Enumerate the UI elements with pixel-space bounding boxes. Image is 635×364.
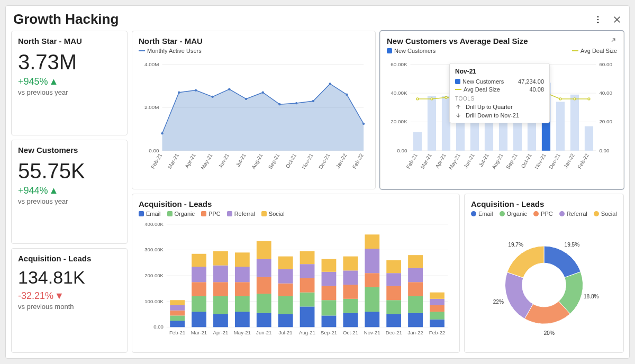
svg-rect-149 [386,273,401,286]
svg-point-70 [559,98,561,100]
svg-rect-123 [278,284,293,296]
svg-text:Mar-21: Mar-21 [420,152,433,170]
svg-text:0.00: 0.00 [599,148,610,153]
tooltip-title: Nov-21 [455,68,544,75]
drill-down-button[interactable]: Drill Down to Nov-21 [455,112,544,119]
svg-rect-122 [278,296,293,314]
kpi-compare: vs previous year [18,88,121,96]
tools-header: TOOLS [455,96,544,102]
svg-rect-151 [408,313,423,327]
svg-rect-159 [430,299,444,305]
svg-rect-129 [300,264,315,278]
svg-rect-140 [343,257,358,271]
svg-point-61 [431,98,433,100]
svg-text:Aug-21: Aug-21 [250,152,264,170]
svg-point-17 [295,102,297,104]
svg-text:Nov-21: Nov-21 [301,152,314,170]
svg-text:22%: 22% [493,299,504,305]
svg-rect-99 [170,305,185,311]
svg-text:Jan-22: Jan-22 [334,152,348,169]
chart-acquisition-leads-donut[interactable]: Acquisition - Leads EmailOrganicPPCRefer… [464,194,624,353]
legend-item: Avg Deal Size [572,48,617,54]
svg-rect-152 [408,296,423,313]
chart-title: New Customers vs Average Deal Size [387,37,528,46]
svg-text:40.00: 40.00 [599,90,612,96]
svg-point-10 [178,92,180,94]
svg-text:Nov-21: Nov-21 [364,330,380,335]
chart-acquisition-leads-bar[interactable]: Acquisition - Leads EmailOrganicPPCRefer… [132,194,460,353]
svg-text:Feb-21: Feb-21 [405,152,419,170]
svg-rect-154 [408,268,423,282]
svg-rect-120 [257,241,271,259]
chart-new-customers-deal-size[interactable]: New Customers vs Average Deal Size New C… [380,31,624,189]
chart-north-star-mau[interactable]: North Star - MAU Monthly Active Users 0.… [132,31,376,189]
kpi-acquisition-leads[interactable]: Acquisition - Leads 134.81K -32.21%▼ vs … [11,248,128,353]
drill-up-button[interactable]: Drill Up to Quarter [455,104,544,110]
svg-rect-105 [192,254,206,267]
svg-text:Oct-21: Oct-21 [343,330,358,335]
svg-text:Jan-22: Jan-22 [563,152,576,169]
svg-text:Aug-21: Aug-21 [491,152,504,170]
svg-text:19.7%: 19.7% [508,242,523,248]
svg-rect-103 [192,282,206,296]
svg-rect-134 [322,272,337,286]
page-title: Growth Hacking [13,11,119,28]
svg-text:Aug-21: Aug-21 [299,330,315,335]
svg-text:20.00: 20.00 [599,119,612,124]
kpi-north-star[interactable]: North Star - MAU 3.73M +945%▲ vs previou… [11,31,128,135]
svg-text:Oct-21: Oct-21 [520,152,533,169]
svg-text:Mar-21: Mar-21 [191,330,207,335]
svg-text:60.00K: 60.00K [391,61,407,67]
svg-rect-125 [278,257,293,269]
svg-text:Nov-21: Nov-21 [533,152,547,170]
svg-text:Feb-21: Feb-21 [169,330,185,335]
svg-text:Jul-21: Jul-21 [235,152,247,168]
svg-text:Jul-21: Jul-21 [279,330,293,335]
svg-text:Dec-21: Dec-21 [386,330,402,335]
svg-text:Oct-21: Oct-21 [285,152,298,169]
svg-rect-124 [278,269,293,284]
svg-point-19 [329,83,331,85]
svg-text:Feb-22: Feb-22 [577,152,590,170]
svg-rect-117 [257,294,271,313]
area-chart: 0.002.00M4.00MFeb-21Mar-21Apr-21May-21Ju… [139,55,369,184]
kpi-title: New Customers [18,145,121,154]
svg-text:Jun-21: Jun-21 [462,152,476,169]
svg-rect-115 [235,252,250,267]
kpi-new-customers[interactable]: New Customers 55.75K +944%▲ vs previous … [11,140,128,244]
svg-text:100.00K: 100.00K [144,298,164,304]
svg-rect-128 [300,278,315,293]
svg-point-2 [597,22,598,23]
kpi-title: North Star - MAU [18,37,121,46]
svg-rect-102 [192,296,206,312]
svg-rect-126 [300,306,315,327]
more-icon[interactable] [593,15,603,24]
svg-text:18.8%: 18.8% [584,294,599,299]
svg-rect-155 [408,255,423,268]
svg-rect-148 [386,286,401,301]
svg-rect-139 [343,270,358,285]
svg-rect-156 [430,320,444,327]
legend-item: Email [139,211,161,217]
svg-text:4.00M: 4.00M [144,61,159,67]
expand-icon[interactable] [610,37,617,44]
svg-rect-47 [413,132,422,150]
legend-item: Organic [167,211,195,217]
kpi-compare: vs previous year [18,197,121,205]
svg-text:Feb-21: Feb-21 [150,152,163,170]
svg-point-20 [346,94,348,96]
svg-rect-109 [213,266,228,283]
kpi-value: 3.73M [18,51,121,73]
svg-text:Mar-21: Mar-21 [167,152,180,170]
svg-text:Jan-22: Jan-22 [407,330,423,335]
svg-rect-113 [235,282,250,296]
svg-point-72 [588,98,590,100]
svg-text:Apr-21: Apr-21 [434,152,447,169]
close-icon[interactable] [612,15,622,24]
svg-rect-116 [257,313,271,327]
chart-title: Acquisition - Leads [139,199,453,208]
svg-text:Jun-21: Jun-21 [217,152,230,169]
svg-text:20%: 20% [544,330,555,336]
kpi-compare: vs previous month [18,303,121,311]
svg-text:300.00K: 300.00K [144,247,164,252]
